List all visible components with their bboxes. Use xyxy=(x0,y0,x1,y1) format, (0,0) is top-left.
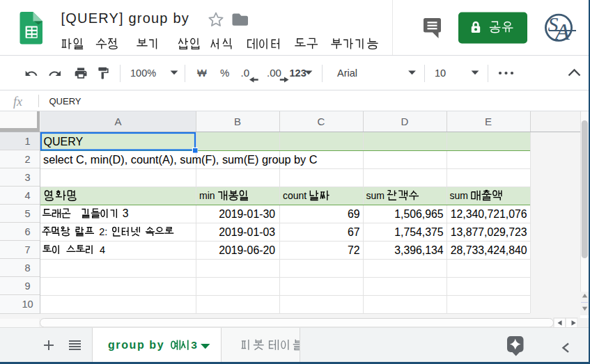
svg-text:group by: group by xyxy=(108,339,164,351)
svg-text:D: D xyxy=(401,116,409,127)
svg-text:min: min xyxy=(199,190,215,201)
svg-text:69: 69 xyxy=(348,208,360,220)
svg-text:28,733,424,840: 28,733,424,840 xyxy=(451,244,527,256)
svg-text:QUERY: QUERY xyxy=(44,136,84,148)
svg-text:2019-01-30: 2019-01-30 xyxy=(219,208,275,220)
svg-text:₩: ₩ xyxy=(197,68,207,79)
svg-text:count: count xyxy=(283,190,306,201)
svg-text:[QUERY] group by: [QUERY] group by xyxy=(61,10,189,26)
svg-text:sum: sum xyxy=(366,190,385,201)
svg-text:select C, min(D), count(A), su: select C, min(D), count(A), sum(F), sum(… xyxy=(43,153,318,166)
svg-text:C: C xyxy=(318,116,325,127)
svg-text:5: 5 xyxy=(24,208,30,219)
svg-text:10: 10 xyxy=(435,68,446,79)
svg-text:9: 9 xyxy=(24,280,30,292)
svg-text:sum: sum xyxy=(450,190,468,201)
svg-text:6: 6 xyxy=(24,226,30,237)
svg-text:13,877,029,723: 13,877,029,723 xyxy=(451,226,527,238)
svg-text:.00: .00 xyxy=(267,67,281,79)
svg-text:A: A xyxy=(114,116,121,127)
svg-text:3,396,134: 3,396,134 xyxy=(394,244,443,256)
svg-text:1: 1 xyxy=(24,136,30,147)
svg-text:2:: 2: xyxy=(99,226,107,237)
svg-text:1,506,965: 1,506,965 xyxy=(394,208,443,220)
svg-text:10: 10 xyxy=(22,299,33,310)
svg-text:2019-01-03: 2019-01-03 xyxy=(219,226,275,238)
svg-text:Arial: Arial xyxy=(337,68,357,79)
svg-text:3: 3 xyxy=(24,172,30,183)
svg-text:4: 4 xyxy=(100,244,105,255)
svg-text:1,754,375: 1,754,375 xyxy=(394,226,443,238)
svg-text:3: 3 xyxy=(123,207,129,219)
svg-text:3: 3 xyxy=(191,339,197,351)
svg-text:7: 7 xyxy=(24,244,30,255)
svg-text:100%: 100% xyxy=(130,68,156,79)
svg-text:123: 123 xyxy=(290,68,306,79)
svg-text:E: E xyxy=(485,116,492,127)
svg-text:.0: .0 xyxy=(241,67,250,79)
svg-text:2: 2 xyxy=(24,154,30,165)
svg-text:A: A xyxy=(554,19,570,45)
svg-text:QUERY: QUERY xyxy=(49,96,81,106)
svg-text:%: % xyxy=(220,67,229,79)
svg-text:67: 67 xyxy=(348,226,360,238)
svg-text:B: B xyxy=(234,116,241,127)
svg-text:fx: fx xyxy=(13,95,22,109)
svg-text:12,340,721,076: 12,340,721,076 xyxy=(451,208,527,220)
svg-text:4: 4 xyxy=(24,190,30,201)
svg-text:72: 72 xyxy=(348,244,360,256)
svg-text:8: 8 xyxy=(24,262,30,274)
svg-text:2019-06-20: 2019-06-20 xyxy=(219,244,275,256)
